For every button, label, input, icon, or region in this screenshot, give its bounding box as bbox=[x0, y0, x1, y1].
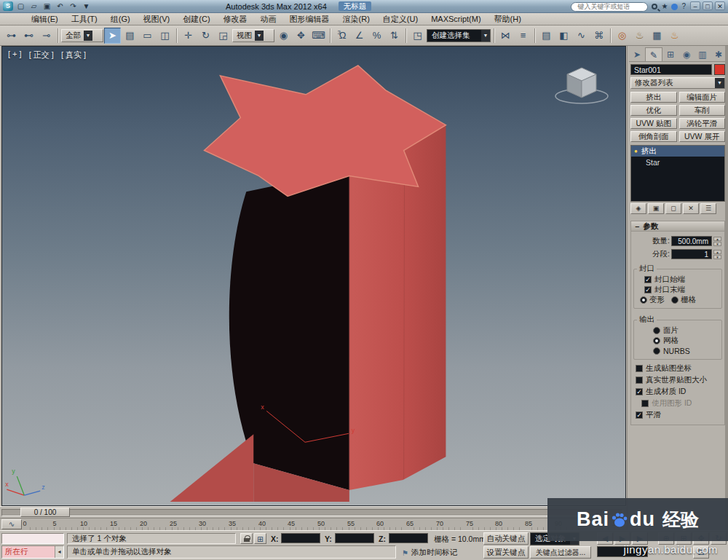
menu-item-animation[interactable]: 动画 bbox=[254, 13, 283, 25]
time-slider-handle[interactable]: 0 / 100 bbox=[20, 508, 70, 517]
communication-center-icon[interactable] bbox=[671, 4, 678, 10]
x-coordinate-field[interactable] bbox=[281, 533, 320, 543]
modifier-preset-edit-patch[interactable]: 编辑面片 bbox=[679, 92, 726, 103]
viewport[interactable]: x y x y z [ + ] [ 正交 ] [ 真实 ] bbox=[1, 46, 626, 506]
tab-motion[interactable]: ◉ bbox=[678, 47, 695, 61]
viewport-menu-general[interactable]: [ + ] bbox=[8, 50, 22, 60]
modifier-preset-lathe[interactable]: 车削 bbox=[679, 105, 726, 116]
smooth-checkbox[interactable]: ✓ bbox=[636, 411, 643, 419]
amount-field[interactable]: 500.0mm bbox=[671, 236, 712, 246]
modifier-stack[interactable]: ● 挤出 Star bbox=[630, 145, 725, 202]
track-bar-ruler[interactable]: 0 5 10 15 20 25 30 35 40 45 50 55 60 65 … bbox=[0, 518, 626, 530]
align-button[interactable]: ≡ bbox=[515, 28, 531, 44]
segments-field[interactable]: 1 bbox=[671, 249, 712, 259]
key-filters-button[interactable]: 关键点过滤器... bbox=[530, 546, 591, 559]
menu-item-rendering[interactable]: 渲染(R) bbox=[336, 13, 376, 25]
maxscript-mini-listener-top[interactable] bbox=[1, 533, 64, 544]
select-and-move-button[interactable]: ✛ bbox=[180, 28, 197, 44]
search-icon[interactable] bbox=[652, 4, 657, 9]
auto-key-button[interactable]: 自动关键点 bbox=[483, 532, 529, 545]
stack-item-extrude[interactable]: ● 挤出 bbox=[631, 146, 724, 157]
tab-modify[interactable]: ✎ bbox=[645, 47, 662, 61]
stack-item-star[interactable]: Star bbox=[631, 157, 724, 167]
make-unique-button[interactable]: ◻ bbox=[665, 203, 681, 214]
menu-item-graph-editors[interactable]: 图形编辑器 bbox=[283, 13, 336, 25]
real-world-map-size-checkbox[interactable] bbox=[636, 376, 643, 384]
spinner-down-icon[interactable]: ▾ bbox=[713, 242, 721, 246]
edit-named-selection-sets-button[interactable]: ◳ bbox=[409, 28, 426, 44]
z-coordinate-field[interactable] bbox=[389, 533, 428, 543]
maximize-button[interactable]: □ bbox=[703, 1, 713, 10]
spinner-up-icon[interactable]: ▴ bbox=[713, 250, 721, 254]
use-pivot-center-button[interactable]: ◉ bbox=[275, 28, 292, 44]
named-selection-sets-combo[interactable]: 创建选择集 ▼ bbox=[427, 29, 491, 42]
infocenter-search-input[interactable] bbox=[571, 2, 648, 12]
unlink-selection-button[interactable]: ⊷ bbox=[20, 28, 37, 44]
material-editor-button[interactable]: ◎ bbox=[614, 28, 630, 44]
add-time-tag[interactable]: ⚑ 添加时间标记 bbox=[402, 548, 457, 558]
max-logo-button[interactable]: S bbox=[3, 1, 13, 11]
generate-mapping-coords-checkbox[interactable] bbox=[636, 365, 643, 372]
modifier-preset-optimize[interactable]: 优化 bbox=[630, 105, 677, 116]
rendered-frame-window-button[interactable]: ▦ bbox=[649, 28, 665, 44]
menu-item-group[interactable]: 组(G) bbox=[104, 13, 137, 25]
time-slider-track[interactable] bbox=[1, 509, 623, 516]
morph-radio[interactable] bbox=[640, 296, 647, 304]
star-object[interactable] bbox=[170, 66, 446, 502]
segments-spinner[interactable]: ▴ ▾ bbox=[713, 250, 721, 259]
spinner-down-icon[interactable]: ▾ bbox=[713, 255, 721, 259]
object-color-swatch[interactable] bbox=[714, 64, 725, 75]
configure-modifier-sets-button[interactable]: ☰ bbox=[700, 203, 716, 214]
viewcube[interactable] bbox=[551, 57, 612, 111]
y-coordinate-field[interactable] bbox=[335, 533, 374, 543]
tab-display[interactable]: ▥ bbox=[695, 47, 711, 61]
tab-utilities[interactable]: ✱ bbox=[711, 47, 727, 61]
modifier-preset-uvw-unwrap[interactable]: UVW 展开 bbox=[679, 131, 726, 142]
select-and-rotate-button[interactable]: ↻ bbox=[197, 28, 214, 44]
modifier-preset-uvw-map[interactable]: UVW 贴图 bbox=[630, 118, 677, 129]
graphite-ribbon-toggle[interactable]: ◧ bbox=[555, 28, 572, 44]
open-folder-icon[interactable]: ▱ bbox=[28, 1, 39, 12]
spinner-snap-toggle[interactable]: ⇅ bbox=[386, 28, 403, 44]
reference-coordinate-dropdown[interactable]: 视图 ▼ bbox=[232, 29, 274, 42]
use-shape-ids-checkbox[interactable] bbox=[641, 400, 649, 407]
keyboard-override-toggle[interactable]: ⌨ bbox=[310, 28, 327, 44]
object-name-field[interactable]: Star001 bbox=[630, 64, 712, 75]
menu-item-create[interactable]: 创建(C) bbox=[176, 13, 216, 25]
workspace-chevron-down-icon[interactable]: ▼ bbox=[81, 1, 92, 12]
remove-modifier-button[interactable]: ✕ bbox=[683, 203, 699, 214]
select-and-scale-button[interactable]: ◲ bbox=[215, 28, 232, 44]
modifier-preset-turbosmooth[interactable]: 涡轮平滑 bbox=[679, 118, 726, 129]
viewport-menu-view[interactable]: [ 正交 ] bbox=[29, 50, 54, 60]
pin-stack-button[interactable]: ◈ bbox=[630, 203, 646, 214]
amount-spinner[interactable]: ▴ ▾ bbox=[713, 237, 721, 246]
selection-lock-toggle[interactable] bbox=[240, 533, 253, 544]
mesh-radio[interactable] bbox=[653, 337, 660, 344]
select-by-name-button[interactable]: ▤ bbox=[122, 28, 138, 44]
menu-item-modifiers[interactable]: 修改器 bbox=[217, 13, 254, 25]
tab-hierarchy[interactable]: ⊞ bbox=[662, 47, 678, 61]
maxscript-mini-listener-bottom[interactable]: 所在行 ◂ bbox=[1, 545, 64, 559]
render-production-button[interactable]: ♨ bbox=[666, 28, 683, 44]
redo-icon[interactable]: ↷ bbox=[68, 1, 79, 12]
layer-manager-button[interactable]: ▤ bbox=[538, 28, 555, 44]
mirror-button[interactable]: ⋈ bbox=[497, 28, 514, 44]
new-file-icon[interactable]: ▢ bbox=[15, 1, 26, 12]
percent-snap-toggle[interactable]: % bbox=[368, 28, 385, 44]
menu-item-views[interactable]: 视图(V) bbox=[137, 13, 177, 25]
tab-create[interactable]: ➤ bbox=[629, 47, 645, 61]
set-key-button[interactable]: 设置关键点 bbox=[483, 546, 529, 559]
grid-radio[interactable] bbox=[671, 296, 678, 304]
parameters-rollout-header[interactable]: − 参数 bbox=[631, 221, 724, 232]
curve-editor-button[interactable]: ∿ bbox=[573, 28, 590, 44]
open-mini-curve-editor-button[interactable]: ∿ bbox=[1, 519, 22, 529]
undo-icon[interactable]: ↶ bbox=[55, 1, 66, 12]
absolute-mode-toggle[interactable]: ⊞ bbox=[254, 533, 266, 544]
listener-scroll-left-icon[interactable]: ◂ bbox=[55, 546, 63, 558]
menu-item-help[interactable]: 帮助(H) bbox=[488, 13, 528, 25]
cap-start-checkbox[interactable]: ✓ bbox=[644, 276, 652, 283]
show-end-result-button[interactable]: ▣ bbox=[648, 203, 664, 214]
minimize-button[interactable]: – bbox=[690, 1, 700, 10]
menu-item-customize[interactable]: 自定义(U) bbox=[376, 13, 424, 25]
menu-item-tools[interactable]: 工具(T) bbox=[65, 13, 104, 25]
